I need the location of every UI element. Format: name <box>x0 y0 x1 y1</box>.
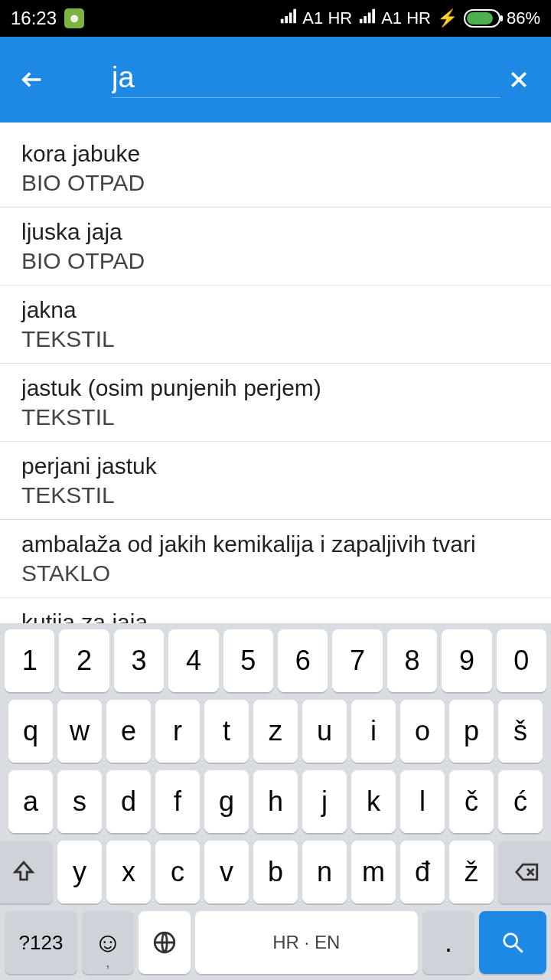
space-key[interactable]: HR · EN <box>195 911 419 974</box>
item-title: jakna <box>21 296 530 325</box>
list-item[interactable]: ambalaža od jakih kemikalija i zapaljivi… <box>0 520 551 598</box>
item-category: TEKSTIL <box>21 325 530 354</box>
key-c-acute[interactable]: ć <box>498 770 543 833</box>
status-time: 16:23 <box>11 8 57 29</box>
key-r[interactable]: r <box>155 700 200 763</box>
key-v[interactable]: v <box>204 841 249 903</box>
key-g[interactable]: g <box>204 770 249 833</box>
key-z[interactable]: z <box>253 700 298 763</box>
status-bar: 16:23 ☻ A1 HR A1 HR ⚡ 86% <box>0 0 551 37</box>
key-c[interactable]: c <box>155 841 200 903</box>
back-button[interactable] <box>14 61 51 98</box>
item-title: kora jabuke <box>21 139 530 168</box>
key-k[interactable]: k <box>351 770 396 833</box>
item-category: TEKSTIL <box>21 481 530 510</box>
charging-icon: ⚡ <box>437 8 458 28</box>
key-u[interactable]: u <box>302 700 347 763</box>
list-item[interactable]: kora jabuke BIO OTPAD <box>0 122 551 207</box>
key-i[interactable]: i <box>351 700 396 763</box>
key-q[interactable]: q <box>8 700 53 763</box>
key-f[interactable]: f <box>155 770 200 833</box>
key-o[interactable]: o <box>400 700 445 763</box>
status-app-icon: ☻ <box>64 8 84 28</box>
key-6[interactable]: 6 <box>278 629 328 692</box>
key-d[interactable]: d <box>106 770 151 833</box>
list-item[interactable]: perjani jastuk TEKSTIL <box>0 442 551 520</box>
key-m[interactable]: m <box>351 841 396 903</box>
search-key[interactable] <box>479 911 546 974</box>
results-list: kora jabuke BIO OTPAD ljuska jaja BIO OT… <box>0 122 551 647</box>
key-t[interactable]: t <box>204 700 249 763</box>
globe-icon <box>152 929 178 956</box>
emoji-key[interactable]: ☺ , <box>82 911 134 974</box>
key-2[interactable]: 2 <box>59 629 109 692</box>
battery-percent: 86% <box>507 8 540 28</box>
key-c-caron[interactable]: č <box>449 770 494 833</box>
period-key[interactable]: . <box>422 911 474 974</box>
backspace-key[interactable] <box>498 841 551 903</box>
key-0[interactable]: 0 <box>497 629 546 692</box>
search-icon <box>500 929 526 956</box>
key-n[interactable]: n <box>302 841 347 903</box>
key-y[interactable]: y <box>57 841 102 903</box>
key-h[interactable]: h <box>253 770 298 833</box>
key-a[interactable]: a <box>8 770 53 833</box>
key-5[interactable]: 5 <box>223 629 273 692</box>
search-input[interactable] <box>112 61 500 98</box>
key-8[interactable]: 8 <box>387 629 437 692</box>
shift-key[interactable] <box>0 841 53 903</box>
carrier-2: A1 HR <box>381 8 431 28</box>
clear-button[interactable] <box>500 61 537 98</box>
shift-icon <box>11 859 37 885</box>
keyboard: 1 2 3 4 5 6 7 8 9 0 q w e r t z u i o p … <box>0 623 551 980</box>
item-title: ambalaža od jakih kemikalija i zapaljivi… <box>21 530 530 559</box>
key-s-caron[interactable]: š <box>498 700 543 763</box>
signal-icon-1 <box>279 8 296 29</box>
key-9[interactable]: 9 <box>442 629 491 692</box>
item-title: perjani jastuk <box>21 452 530 481</box>
key-7[interactable]: 7 <box>332 629 382 692</box>
key-1[interactable]: 1 <box>5 629 54 692</box>
key-e[interactable]: e <box>106 700 151 763</box>
item-category: STAKLO <box>21 559 530 588</box>
key-w[interactable]: w <box>57 700 102 763</box>
item-category: TEKSTIL <box>21 403 530 432</box>
item-category: BIO OTPAD <box>21 168 530 198</box>
key-d-stroke[interactable]: đ <box>400 841 445 903</box>
battery-icon <box>464 9 500 28</box>
key-4[interactable]: 4 <box>168 629 218 692</box>
key-z-caron[interactable]: ž <box>449 841 494 903</box>
list-item[interactable]: jastuk (osim punjenih perjem) TEKSTIL <box>0 364 551 442</box>
list-item[interactable]: ljuska jaja BIO OTPAD <box>0 207 551 286</box>
key-x[interactable]: x <box>106 841 151 903</box>
carrier-1: A1 HR <box>302 8 352 28</box>
search-bar <box>0 37 551 122</box>
key-l[interactable]: l <box>400 770 445 833</box>
item-title: ljuska jaja <box>21 217 530 247</box>
language-key[interactable] <box>139 911 191 974</box>
key-p[interactable]: p <box>449 700 494 763</box>
signal-icon-2 <box>358 8 375 29</box>
emoji-icon: ☺ <box>93 926 122 959</box>
backspace-icon <box>514 859 540 885</box>
list-item[interactable]: jakna TEKSTIL <box>0 286 551 364</box>
symbols-key[interactable]: ?123 <box>5 911 77 974</box>
comma-sublabel: , <box>106 955 109 971</box>
key-j[interactable]: j <box>302 770 347 833</box>
svg-point-1 <box>504 934 517 947</box>
key-s[interactable]: s <box>57 770 102 833</box>
item-category: BIO OTPAD <box>21 247 530 276</box>
key-3[interactable]: 3 <box>114 629 164 692</box>
key-b[interactable]: b <box>253 841 298 903</box>
item-title: jastuk (osim punjenih perjem) <box>21 374 530 403</box>
